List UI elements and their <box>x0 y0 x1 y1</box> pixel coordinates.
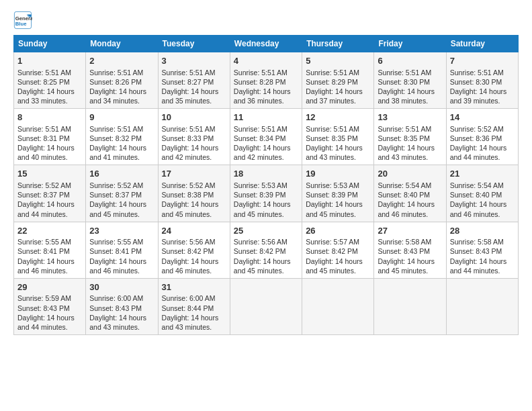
day-header-thursday: Thursday <box>302 36 374 52</box>
daylight-text: Daylight: 14 hours <box>89 87 146 95</box>
day-header-saturday: Saturday <box>446 36 518 52</box>
day-number: 22 <box>17 225 82 237</box>
daylight-mins: and 35 minutes. <box>162 97 212 105</box>
daylight-mins: and 45 minutes. <box>234 210 284 218</box>
sunrise-text: Sunrise: 5:51 AM <box>234 68 287 77</box>
daylight-text: Daylight: 14 hours <box>306 87 363 95</box>
day-number: 27 <box>378 225 442 237</box>
calendar-cell: 17Sunrise: 5:52 AMSunset: 8:38 PMDayligh… <box>158 165 230 222</box>
page: General Blue SundayMondayTuesdayWednesda… <box>0 0 532 411</box>
sunset-text: Sunset: 8:35 PM <box>378 134 430 142</box>
day-header-tuesday: Tuesday <box>158 36 230 52</box>
daylight-text: Daylight: 14 hours <box>450 144 507 152</box>
sunrise-text: Sunrise: 5:54 AM <box>450 181 504 189</box>
daylight-mins: and 43 minutes. <box>89 323 140 331</box>
daylight-mins: and 45 minutes. <box>378 267 428 275</box>
calendar-cell: 12Sunrise: 5:51 AMSunset: 8:35 PMDayligh… <box>302 109 374 165</box>
daylight-text: Daylight: 14 hours <box>378 144 435 152</box>
daylight-mins: and 46 minutes. <box>378 210 428 218</box>
calendar-cell: 23Sunrise: 5:55 AMSunset: 8:41 PMDayligh… <box>86 222 158 278</box>
sunrise-text: Sunrise: 5:51 AM <box>306 125 359 133</box>
daylight-mins: and 42 minutes. <box>162 153 212 161</box>
sunrise-text: Sunrise: 5:56 AM <box>234 238 287 246</box>
day-number: 18 <box>234 168 298 180</box>
daylight-text: Daylight: 14 hours <box>234 257 291 265</box>
daylight-text: Daylight: 14 hours <box>306 200 363 208</box>
calendar-cell: 20Sunrise: 5:54 AMSunset: 8:40 PMDayligh… <box>374 165 446 222</box>
sunrise-text: Sunrise: 5:58 AM <box>450 238 504 246</box>
daylight-text: Daylight: 14 hours <box>89 200 146 208</box>
daylight-text: Daylight: 14 hours <box>450 87 507 95</box>
calendar-cell <box>446 278 518 334</box>
day-number: 12 <box>306 111 370 124</box>
day-number: 3 <box>162 55 226 67</box>
sunset-text: Sunset: 8:37 PM <box>17 191 70 199</box>
daylight-mins: and 33 minutes. <box>17 97 68 105</box>
calendar-cell: 15Sunrise: 5:52 AMSunset: 8:37 PMDayligh… <box>14 165 86 222</box>
sunrise-text: Sunrise: 5:51 AM <box>306 68 359 77</box>
week-row-1: 1Sunrise: 5:51 AMSunset: 8:25 PMDaylight… <box>14 52 519 109</box>
calendar-cell: 29Sunrise: 5:59 AMSunset: 8:43 PMDayligh… <box>14 278 86 334</box>
calendar-cell: 6Sunrise: 5:51 AMSunset: 8:30 PMDaylight… <box>374 52 446 109</box>
sunset-text: Sunset: 8:30 PM <box>450 78 502 86</box>
calendar-cell: 13Sunrise: 5:51 AMSunset: 8:35 PMDayligh… <box>374 109 446 165</box>
sunrise-text: Sunrise: 6:00 AM <box>162 294 216 302</box>
svg-text:Blue: Blue <box>15 21 27 27</box>
calendar-cell: 11Sunrise: 5:51 AMSunset: 8:34 PMDayligh… <box>230 109 302 165</box>
daylight-mins: and 44 minutes. <box>17 210 68 218</box>
daylight-text: Daylight: 14 hours <box>89 144 146 152</box>
sunrise-text: Sunrise: 5:52 AM <box>17 181 71 189</box>
calendar-cell <box>302 278 374 334</box>
day-number: 31 <box>162 281 226 293</box>
daylight-text: Daylight: 14 hours <box>378 87 435 95</box>
calendar-cell: 21Sunrise: 5:54 AMSunset: 8:40 PMDayligh… <box>446 165 518 222</box>
day-number: 20 <box>378 168 442 180</box>
sunset-text: Sunset: 8:26 PM <box>89 78 142 86</box>
calendar-cell: 3Sunrise: 5:51 AMSunset: 8:27 PMDaylight… <box>158 52 230 109</box>
sunset-text: Sunset: 8:42 PM <box>162 247 214 255</box>
daylight-text: Daylight: 14 hours <box>378 257 435 265</box>
calendar-cell <box>374 278 446 334</box>
daylight-text: Daylight: 14 hours <box>89 314 146 322</box>
daylight-mins: and 44 minutes. <box>17 323 68 331</box>
calendar-cell: 18Sunrise: 5:53 AMSunset: 8:39 PMDayligh… <box>230 165 302 222</box>
day-number: 26 <box>306 225 370 237</box>
day-header-friday: Friday <box>374 36 446 52</box>
calendar-table: SundayMondayTuesdayWednesdayThursdayFrid… <box>13 35 519 335</box>
sunrise-text: Sunrise: 5:53 AM <box>306 181 359 189</box>
sunset-text: Sunset: 8:31 PM <box>17 134 70 142</box>
day-number: 5 <box>306 55 370 67</box>
day-number: 17 <box>162 168 226 180</box>
calendar-cell: 5Sunrise: 5:51 AMSunset: 8:29 PMDaylight… <box>302 52 374 109</box>
daylight-text: Daylight: 14 hours <box>306 257 363 265</box>
sunrise-text: Sunrise: 5:52 AM <box>89 181 143 189</box>
day-number: 14 <box>450 111 515 124</box>
day-number: 11 <box>234 111 298 124</box>
sunset-text: Sunset: 8:41 PM <box>89 247 142 255</box>
day-number: 16 <box>89 168 154 180</box>
week-row-3: 15Sunrise: 5:52 AMSunset: 8:37 PMDayligh… <box>14 165 519 222</box>
sunrise-text: Sunrise: 5:51 AM <box>89 125 143 133</box>
daylight-mins: and 39 minutes. <box>450 97 500 105</box>
calendar-cell <box>230 278 302 334</box>
daylight-text: Daylight: 14 hours <box>17 314 75 322</box>
sunset-text: Sunset: 8:44 PM <box>162 304 214 312</box>
sunset-text: Sunset: 8:35 PM <box>306 134 358 142</box>
day-number: 6 <box>378 55 442 67</box>
daylight-text: Daylight: 14 hours <box>17 144 75 152</box>
calendar-cell: 7Sunrise: 5:51 AMSunset: 8:30 PMDaylight… <box>446 52 518 109</box>
sunset-text: Sunset: 8:37 PM <box>89 191 142 199</box>
daylight-text: Daylight: 14 hours <box>234 200 291 208</box>
sunrise-text: Sunrise: 5:52 AM <box>450 125 504 133</box>
sunset-text: Sunset: 8:30 PM <box>378 78 430 86</box>
daylight-text: Daylight: 14 hours <box>89 257 146 265</box>
daylight-text: Daylight: 14 hours <box>162 257 219 265</box>
daylight-text: Daylight: 14 hours <box>306 144 363 152</box>
calendar-cell: 28Sunrise: 5:58 AMSunset: 8:43 PMDayligh… <box>446 222 518 278</box>
day-number: 19 <box>306 168 370 180</box>
day-header-monday: Monday <box>86 36 158 52</box>
daylight-mins: and 46 minutes. <box>162 267 212 275</box>
sunset-text: Sunset: 8:28 PM <box>234 78 286 86</box>
week-row-2: 8Sunrise: 5:51 AMSunset: 8:31 PMDaylight… <box>14 109 519 165</box>
sunset-text: Sunset: 8:36 PM <box>450 134 502 142</box>
